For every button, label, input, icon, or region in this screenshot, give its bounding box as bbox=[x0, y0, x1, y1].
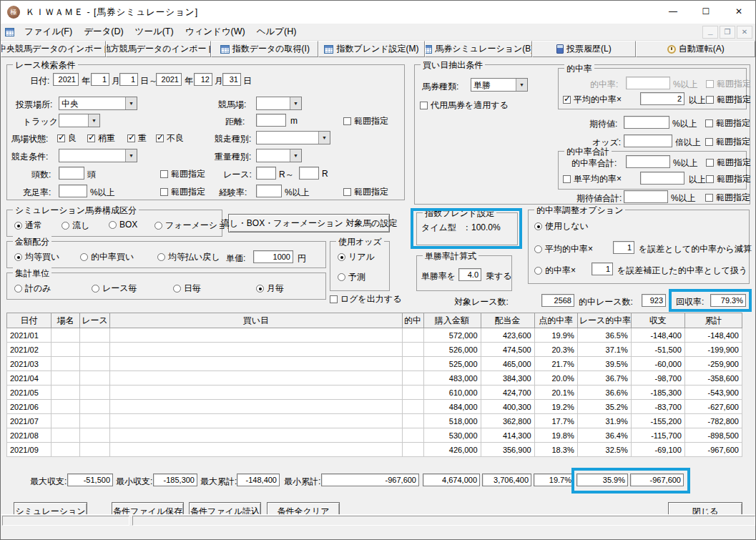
adjust-avg-field[interactable]: 1 bbox=[613, 241, 634, 254]
place-combo[interactable]: 中央▼ bbox=[59, 97, 137, 110]
allocation-equal-buy-radio[interactable]: 均等買い bbox=[14, 251, 59, 263]
unit-price-field[interactable]: 1000 bbox=[253, 250, 293, 263]
toolbar-auto-run-button[interactable]: 自動運転(A) bbox=[636, 41, 755, 57]
aggregation-per-day-radio[interactable]: 日毎 bbox=[173, 283, 201, 295]
mdi-minimize-button[interactable]: ＿ bbox=[702, 26, 718, 39]
table-row[interactable]: 2021/08530,000414,30019.8%36.4%-115,700-… bbox=[7, 428, 742, 443]
fill-range-checkbox[interactable]: 範囲指定 bbox=[160, 186, 205, 198]
expectsum-range-checkbox[interactable]: 範囲指定 bbox=[705, 192, 750, 204]
avg-hitrate-checkbox[interactable]: 平均的中率× bbox=[563, 94, 622, 106]
single-avg-range-checkbox[interactable]: 範囲指定 bbox=[706, 173, 751, 185]
avg-hitrate-field[interactable]: 2 bbox=[640, 92, 684, 105]
toolbar-blend-settings-button[interactable]: 指数ブレンド設定(M) bbox=[318, 41, 425, 57]
toolbar-simulation-button[interactable]: 馬券シミュレーション(B) bbox=[425, 41, 532, 57]
avg-hitrate-range-checkbox[interactable]: 範囲指定 bbox=[706, 94, 751, 106]
col-place[interactable]: 場名 bbox=[51, 313, 80, 328]
going-heavy-checkbox[interactable]: 重 bbox=[127, 132, 147, 144]
hitsum-field[interactable] bbox=[626, 155, 670, 168]
substitute-ticket-checkbox[interactable]: 代用馬券を適用する bbox=[420, 99, 509, 112]
menu-data[interactable]: データ(D) bbox=[78, 26, 129, 38]
table-row[interactable]: 2021/02526,000474,50020.3%37.1%-51,500-1… bbox=[7, 343, 742, 357]
col-balance[interactable]: 収支 bbox=[631, 313, 684, 328]
chevron-down-icon[interactable]: ▼ bbox=[516, 79, 527, 91]
table-row[interactable]: 2021/04483,000384,30020.0%36.7%-98,700-3… bbox=[7, 371, 742, 386]
col-point-rate[interactable]: 点的中率 bbox=[534, 313, 577, 328]
aggregation-per-month-radio[interactable]: 月毎 bbox=[256, 283, 284, 295]
exp-range-checkbox[interactable]: 範囲指定 bbox=[343, 186, 388, 198]
chevron-down-icon[interactable]: ▼ bbox=[125, 149, 137, 162]
table-row[interactable]: 2021/01572,000423,60019.9%36.5%-148,400-… bbox=[7, 328, 742, 343]
exp-rate-field[interactable] bbox=[256, 185, 282, 197]
table-row[interactable]: 2021/06484,000400,30019.2%35.2%-83,700-6… bbox=[7, 400, 742, 414]
win-calc-field[interactable]: 4.0 bbox=[458, 268, 481, 281]
going-bad-checkbox[interactable]: 不良 bbox=[156, 132, 184, 144]
date-to-year-field[interactable]: 2021 bbox=[156, 73, 182, 86]
menu-help[interactable]: ヘルプ(H) bbox=[251, 26, 303, 38]
expect-field[interactable] bbox=[624, 116, 669, 129]
expect-range-checkbox[interactable]: 範囲指定 bbox=[705, 117, 750, 129]
chevron-down-icon[interactable]: ▼ bbox=[318, 132, 330, 144]
toolbar-import-central-button[interactable]: 中央競馬データのインポート(J) bbox=[1, 41, 106, 57]
odds-field[interactable] bbox=[624, 134, 672, 147]
adjust-avg-radio[interactable]: 平均的中率× bbox=[534, 243, 593, 255]
course-combo[interactable]: ▼ bbox=[256, 97, 302, 110]
col-bet[interactable]: 買い目 bbox=[110, 313, 402, 328]
fill-rate-field[interactable] bbox=[59, 185, 87, 197]
track-combo[interactable]: ▼ bbox=[59, 114, 100, 127]
toolbar-vote-history-button[interactable]: 投票履歴(L) bbox=[532, 41, 637, 57]
menu-file[interactable]: ファイル(F) bbox=[19, 26, 78, 38]
date-to-month-field[interactable]: 12 bbox=[194, 73, 212, 86]
table-row[interactable]: 2021/09426,000356,90018.3%32.5%-69,100-9… bbox=[7, 443, 742, 457]
target-horse-settings-button[interactable]: 流し・BOX・フォーメーション 対象馬の設定 bbox=[228, 214, 390, 232]
aggregation-per-race-radio[interactable]: レース毎 bbox=[92, 283, 137, 295]
chevron-down-icon[interactable]: ▼ bbox=[88, 114, 99, 127]
output-log-checkbox[interactable]: ログを出力する bbox=[330, 293, 401, 305]
maximize-button[interactable]: ☐ bbox=[689, 1, 722, 24]
col-total[interactable]: 累計 bbox=[684, 313, 742, 328]
race-cond-combo[interactable]: ▼ bbox=[59, 149, 137, 162]
composition-box-radio[interactable]: BOX bbox=[109, 220, 137, 230]
race-to-field[interactable] bbox=[299, 167, 319, 180]
col-payout[interactable]: 配当金 bbox=[481, 313, 534, 328]
adjust-hitrate-field[interactable]: 1 bbox=[591, 262, 613, 275]
menu-window[interactable]: ウィンドウ(W) bbox=[180, 26, 251, 38]
minimize-button[interactable]: — bbox=[657, 1, 689, 24]
hitrate-field[interactable] bbox=[626, 77, 670, 89]
toolbar-import-local-button[interactable]: 地方競馬データのインポート(N) bbox=[106, 41, 212, 57]
chevron-down-icon[interactable]: ▼ bbox=[290, 97, 301, 109]
hitrate-range-checkbox[interactable]: 範囲指定 bbox=[706, 78, 751, 90]
adjust-none-radio[interactable]: 使用しない bbox=[534, 220, 589, 232]
allocation-hitrate-buy-radio[interactable]: 的中率買い bbox=[80, 251, 134, 263]
odds-range-checkbox[interactable]: 範囲指定 bbox=[705, 136, 750, 148]
single-avg-checkbox[interactable]: 単平均的率× bbox=[563, 173, 622, 185]
hitsum-range-checkbox[interactable]: 範囲指定 bbox=[706, 157, 751, 169]
heads-range-checkbox[interactable]: 範囲指定 bbox=[160, 168, 205, 180]
date-to-day-field[interactable]: 31 bbox=[222, 73, 241, 86]
col-race-rate[interactable]: レース的中率 bbox=[577, 313, 631, 328]
date-from-month-field[interactable]: 1 bbox=[91, 73, 109, 86]
toolbar-get-index-button[interactable]: 指数データの取得(I) bbox=[211, 41, 318, 57]
composition-normal-radio[interactable]: 通常 bbox=[14, 220, 42, 232]
col-race[interactable]: レース bbox=[80, 313, 110, 328]
race-type-combo[interactable]: ▼ bbox=[256, 131, 330, 144]
close-button[interactable]: ✕ bbox=[722, 1, 755, 24]
table-row[interactable]: 2021/03525,000465,00021.7%39.5%-60,000-2… bbox=[7, 357, 742, 371]
composition-nagashi-radio[interactable]: 流し bbox=[62, 220, 89, 232]
mdi-close-button[interactable]: ✕ bbox=[737, 26, 752, 39]
chevron-down-icon[interactable]: ▼ bbox=[290, 149, 301, 162]
table-row[interactable]: 2021/07518,000362,80017.7%31.9%-155,200-… bbox=[7, 414, 742, 428]
table-row[interactable]: 2021/05610,000424,70020.1%36.6%-185,300-… bbox=[7, 386, 742, 400]
going-slightly-heavy-checkbox[interactable]: 稍重 bbox=[87, 132, 115, 144]
menu-tools[interactable]: ツール(T) bbox=[129, 26, 180, 38]
going-good-checkbox[interactable]: 良 bbox=[57, 132, 77, 144]
date-from-year-field[interactable]: 2021 bbox=[53, 73, 79, 86]
distance-field[interactable] bbox=[256, 114, 286, 127]
odds-predicted-radio[interactable]: 予測 bbox=[338, 271, 365, 283]
adjust-hitrate-radio[interactable]: 的中率× bbox=[534, 265, 576, 277]
weight-combo[interactable]: ▼ bbox=[256, 149, 302, 162]
allocation-equal-return-radio[interactable]: 均等払い戻し bbox=[157, 251, 220, 263]
col-purchase[interactable]: 購入金額 bbox=[423, 313, 481, 328]
mdi-restore-button[interactable]: ❐ bbox=[720, 26, 735, 39]
col-date[interactable]: 日付 bbox=[7, 313, 51, 328]
aggregation-total-only-radio[interactable]: 計のみ bbox=[14, 283, 51, 295]
